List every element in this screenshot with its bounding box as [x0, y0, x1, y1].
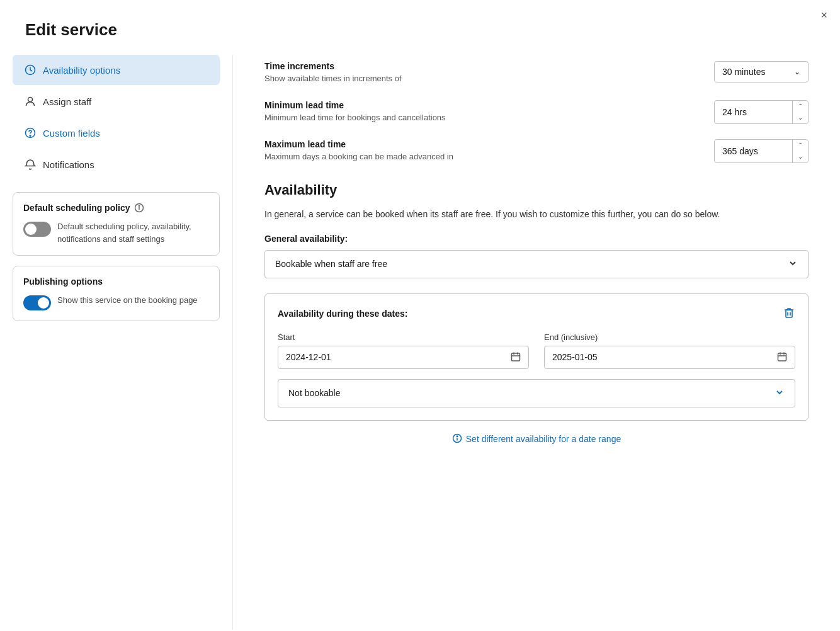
close-button[interactable]: ×	[820, 9, 827, 22]
min-lead-time-spinner[interactable]: 24 hrs ⌃ ⌄	[714, 100, 809, 124]
max-lead-time-up[interactable]: ⌃	[793, 140, 808, 151]
min-lead-time-label: Minimum lead time	[264, 100, 714, 110]
info-circle-icon	[452, 433, 462, 445]
time-increments-dropdown[interactable]: 30 minutes ⌄	[714, 61, 809, 82]
end-date-field: End (inclusive) 2025-01-05	[544, 333, 795, 369]
svg-point-20	[457, 436, 457, 436]
general-availability-label: General availability:	[264, 234, 809, 244]
bell-icon	[24, 158, 37, 171]
time-increments-desc: Show available times in increments of	[264, 72, 714, 85]
page-title: Edit service	[0, 0, 840, 55]
svg-rect-10	[512, 353, 520, 361]
avail-card-header: Availability during these dates:	[278, 307, 795, 321]
svg-point-6	[139, 205, 139, 206]
min-lead-time-arrows: ⌃ ⌄	[792, 101, 808, 123]
svg-rect-7	[786, 310, 792, 317]
publishing-toggle-row: Show this service on the booking page	[23, 294, 209, 310]
calendar-icon	[777, 351, 787, 363]
availability-desc: In general, a service can be booked when…	[264, 207, 809, 221]
general-availability-dropdown[interactable]: Bookable when staff are free	[264, 250, 809, 278]
time-increments-row: Time increments Show available times in …	[264, 61, 809, 85]
sidebar-item-assign-staff-label: Assign staff	[43, 96, 91, 107]
time-increments-label: Time increments	[264, 61, 714, 71]
min-lead-time-up[interactable]: ⌃	[793, 101, 808, 112]
min-lead-time-down[interactable]: ⌄	[793, 112, 808, 123]
publishing-box: Publishing options Show this service on …	[13, 266, 220, 321]
end-date-label: End (inclusive)	[544, 333, 795, 342]
delete-avail-card-button[interactable]	[783, 307, 795, 321]
avail-card-title: Availability during these dates:	[278, 309, 407, 319]
availability-card: Availability during these dates: Start	[264, 293, 809, 421]
sidebar-item-assign-staff[interactable]: Assign staff	[13, 86, 220, 117]
policy-box-title: Default scheduling policy	[23, 203, 209, 213]
calendar-icon	[511, 351, 521, 363]
person-icon	[24, 95, 37, 108]
publishing-box-title: Publishing options	[23, 276, 209, 287]
max-lead-time-desc: Maximum days a booking can be made advan…	[264, 151, 714, 163]
sidebar-item-notifications[interactable]: Notifications	[13, 149, 220, 179]
start-date-field: Start 2024-12-01	[278, 333, 529, 369]
publishing-toggle[interactable]	[23, 295, 51, 310]
policy-toggle[interactable]	[23, 222, 51, 237]
max-lead-time-label: Maximum lead time	[264, 139, 714, 149]
availability-heading: Availability	[264, 182, 809, 198]
info-icon	[134, 203, 144, 213]
max-lead-time-down[interactable]: ⌄	[793, 151, 808, 162]
date-row: Start 2024-12-01	[278, 333, 795, 369]
set-different-avail-link[interactable]: Set different availability for a date ra…	[264, 433, 809, 445]
policy-box: Default scheduling policy Default schedu…	[13, 192, 220, 256]
sidebar-item-notifications-label: Notifications	[43, 159, 94, 170]
sidebar: Availability options Assign staff Cus	[0, 55, 233, 629]
sidebar-item-custom-fields-label: Custom fields	[43, 128, 100, 139]
avail-status-dropdown[interactable]: Not bookable	[278, 379, 795, 407]
chevron-down-icon	[775, 387, 785, 399]
end-date-input[interactable]: 2025-01-05	[544, 346, 795, 369]
chevron-down-icon	[788, 258, 798, 270]
min-lead-time-row: Minimum lead time Minimum lead time for …	[264, 100, 809, 124]
svg-point-1	[28, 98, 33, 102]
chevron-down-icon: ⌄	[794, 67, 800, 76]
main-content: Time increments Show available times in …	[233, 55, 840, 629]
svg-rect-14	[778, 353, 786, 361]
sidebar-item-availability-options[interactable]: Availability options	[13, 55, 220, 85]
svg-point-3	[30, 135, 31, 137]
min-lead-time-desc: Minimum lead time for bookings and cance…	[264, 111, 714, 124]
max-lead-time-row: Maximum lead time Maximum days a booking…	[264, 139, 809, 163]
max-lead-time-spinner[interactable]: 365 days ⌃ ⌄	[714, 139, 809, 163]
question-circle-icon	[24, 127, 37, 139]
start-date-label: Start	[278, 333, 529, 342]
max-lead-time-arrows: ⌃ ⌄	[792, 140, 808, 162]
policy-toggle-row: Default scheduling policy, availability,…	[23, 220, 209, 245]
clock-icon	[24, 64, 37, 76]
start-date-input[interactable]: 2024-12-01	[278, 346, 529, 369]
sidebar-item-custom-fields[interactable]: Custom fields	[13, 118, 220, 148]
sidebar-item-availability-label: Availability options	[43, 65, 120, 76]
